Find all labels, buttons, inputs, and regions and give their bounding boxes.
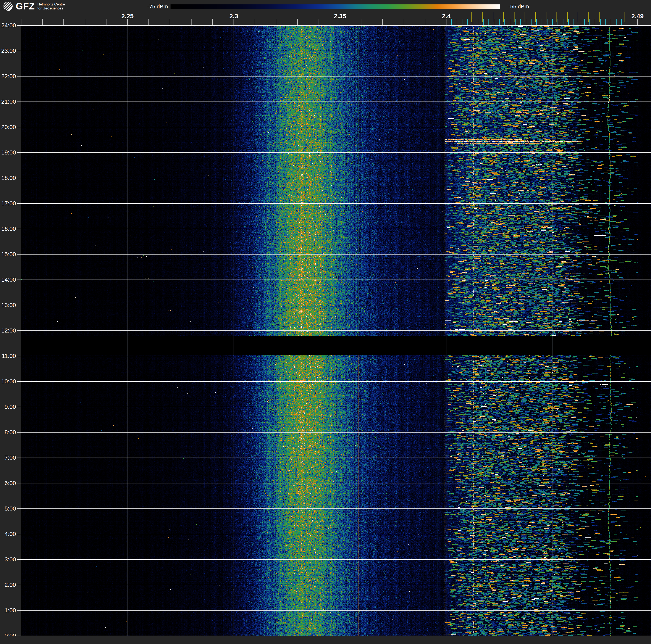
freq-axis-label: 2.4	[432, 12, 461, 20]
hour-gridline	[17, 483, 651, 484]
hour-gridline	[17, 178, 651, 178]
time-axis-label: 1:00	[0, 607, 16, 614]
wifi-channel-tick-cyan	[510, 19, 510, 25]
wifi-channel-tick-yellow	[514, 12, 515, 22]
wifi-channel-tick-cyan	[579, 19, 579, 25]
time-axis-label: 20:00	[0, 124, 16, 130]
wifi-channel-tick-cyan	[595, 19, 595, 25]
wifi-channel-tick-yellow	[567, 12, 568, 22]
hour-gridline	[17, 559, 651, 560]
hour-gridline	[17, 203, 651, 204]
freq-tick	[404, 19, 404, 25]
wifi-channel-tick-cyan	[531, 19, 531, 25]
time-axis-label: 2:00	[0, 582, 16, 588]
hour-gridline	[17, 305, 651, 305]
wifi-channel-tick-cyan	[467, 19, 468, 25]
wifi-channel-tick-cyan	[600, 19, 600, 25]
wifi-channel-tick-cyan	[558, 19, 558, 25]
logo-subtitle-line2: for Geosciences	[37, 6, 65, 10]
wifi-channel-tick-cyan	[526, 19, 526, 25]
wifi-channel-tick-yellow	[525, 12, 525, 22]
time-axis-label: 17:00	[0, 200, 16, 207]
wifi-channel-tick-yellow	[493, 12, 493, 22]
brand-text: GFZ	[16, 1, 35, 11]
wifi-channel-tick-cyan	[547, 19, 548, 25]
time-axis-label: 24:00	[0, 22, 16, 29]
wifi-channel-tick-yellow	[588, 12, 589, 22]
time-axis-label: 15:00	[0, 251, 16, 258]
hour-gridline	[17, 381, 651, 382]
freq-axis-label: 2.49	[623, 12, 651, 20]
wifi-channel-tick-cyan	[499, 19, 500, 25]
hour-gridline	[17, 152, 651, 153]
wifi-channel-tick-yellow	[471, 12, 472, 22]
time-axis-label: 19:00	[0, 149, 16, 156]
wifi-channel-tick-cyan	[616, 19, 617, 25]
hour-gridline	[17, 330, 651, 331]
time-axis-label: 5:00	[0, 505, 16, 512]
time-axis-label: 12:00	[0, 327, 16, 334]
time-axis-label: 21:00	[0, 98, 16, 105]
wifi-channel-tick-cyan	[494, 19, 494, 25]
time-axis-label: 18:00	[0, 175, 16, 181]
freq-tick	[42, 19, 43, 25]
wifi-channel-tick-cyan	[606, 19, 606, 25]
freq-tick	[318, 19, 319, 25]
hour-gridline	[17, 25, 651, 26]
hour-gridline	[17, 508, 651, 509]
freq-tick	[212, 19, 213, 25]
gfz-logo-icon	[3, 1, 13, 11]
time-axis-label: 22:00	[0, 73, 16, 80]
wifi-channel-tick-yellow	[578, 12, 578, 22]
logo-subtitle: Helmholtz Centre for Geosciences	[37, 2, 65, 10]
time-axis-label: 11:00	[0, 353, 16, 359]
wifi-channel-tick-yellow	[599, 12, 599, 22]
header-bar: GFZ Helmholtz Centre for Geosciences -75…	[0, 0, 651, 25]
logo-subtitle-line1: Helmholtz Centre	[37, 2, 65, 6]
time-axis-label: 3:00	[0, 556, 16, 563]
wifi-channel-tick-cyan	[611, 19, 611, 25]
freq-tick	[382, 19, 383, 25]
wifi-channel-tick-yellow	[503, 12, 504, 22]
wifi-channel-tick-yellow	[557, 12, 557, 22]
freq-tick	[276, 19, 276, 25]
time-axis-label: 23:00	[0, 48, 16, 54]
freq-tick	[21, 19, 22, 25]
wifi-channel-tick-cyan	[489, 19, 489, 25]
wifi-channel-tick-cyan	[541, 19, 542, 25]
hour-gridline	[17, 534, 651, 534]
wifi-channel-tick-cyan	[473, 19, 473, 25]
wifi-channel-tick-cyan	[589, 19, 590, 25]
gfz-logo: GFZ Helmholtz Centre for Geosciences	[3, 1, 65, 11]
wifi-channel-tick-yellow	[535, 12, 536, 22]
time-axis-label: 4:00	[0, 531, 16, 537]
freq-tick	[149, 19, 149, 25]
footer-bar: https://doi.org/10.5880/GFZ.1.2.2024.003…	[0, 636, 651, 644]
hour-gridline	[17, 127, 651, 127]
hour-gridline	[17, 229, 651, 229]
hour-gridline	[17, 407, 651, 407]
wifi-channel-tick-cyan	[568, 19, 569, 25]
freq-tick	[361, 19, 362, 25]
freq-axis-label: 2.35	[325, 12, 355, 20]
hour-gridline	[17, 356, 651, 356]
freq-axis-label: 2.3	[219, 12, 248, 20]
freq-tick	[191, 19, 191, 25]
hour-gridline	[17, 101, 651, 102]
time-axis-label: 14:00	[0, 276, 16, 283]
wifi-channel-tick-cyan	[483, 19, 484, 25]
freq-tick	[425, 19, 425, 25]
time-axis-label: 6:00	[0, 480, 16, 486]
wifi-channel-tick-cyan	[520, 19, 521, 25]
freq-tick	[106, 19, 106, 25]
hour-gridline	[17, 585, 651, 585]
colorbar-max-label: -55 dBm	[508, 3, 529, 10]
wifi-channel-tick-cyan	[563, 19, 563, 25]
time-axis-label: 16:00	[0, 226, 16, 232]
hour-gridline	[17, 254, 651, 255]
freq-tick	[85, 19, 85, 25]
time-axis-label: 7:00	[0, 455, 16, 461]
wifi-channel-tick-yellow	[482, 12, 483, 22]
wifi-channel-tick-cyan	[621, 19, 622, 25]
hour-gridline	[17, 51, 651, 51]
